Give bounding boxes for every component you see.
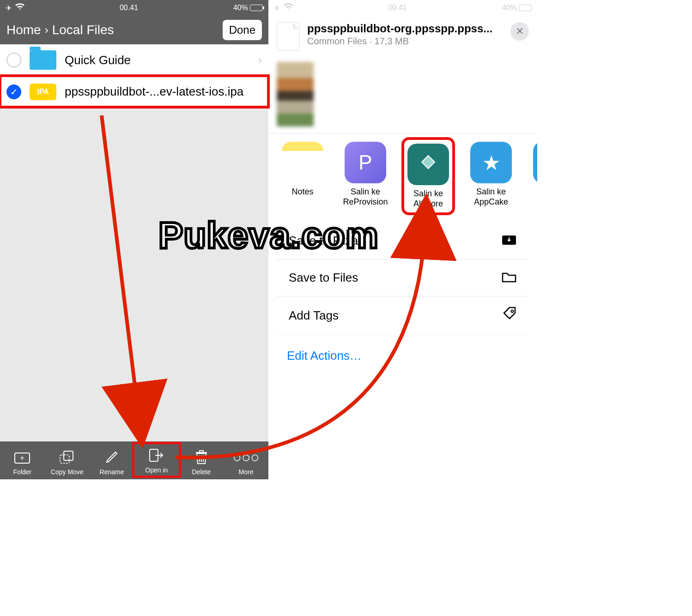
right-phone: ✈ 00.41 40% ppssppbuildbot-org.ppsspp.pp… <box>268 0 537 479</box>
status-bar: ✈ 00.41 40% <box>0 0 268 16</box>
action-list: Save to Filza Save to Files Add Tags <box>277 223 529 335</box>
status-time: 00.41 <box>120 4 138 12</box>
contact-avatar-blurred[interactable] <box>277 62 314 127</box>
toolbar-openin[interactable]: Open in <box>134 444 179 476</box>
file-list: Quick Guide › ✓ IPA ppssppbuildbot-...ev… <box>0 44 268 107</box>
status-time: 00.41 <box>388 4 407 12</box>
ipa-badge: IPA <box>30 84 56 100</box>
toolbar: + Folder Copy Move Rename Open in Delete… <box>0 441 268 479</box>
action-save-filza[interactable]: Save to Filza <box>277 223 529 259</box>
action-save-files[interactable]: Save to Files <box>277 259 529 296</box>
app-reprovision[interactable]: P Salin ke ReProvision <box>343 142 388 211</box>
file-info: ppssppbuildbot-org.ppsspp.ppss... Common… <box>307 22 503 47</box>
partial-icon <box>533 142 537 183</box>
pencil-icon <box>103 448 121 466</box>
trash-icon <box>192 448 211 466</box>
share-header: ppssppbuildbot-org.ppsspp.ppss... Common… <box>268 16 537 57</box>
openin-icon <box>147 446 166 465</box>
close-button[interactable]: ✕ <box>510 22 529 41</box>
file-row-ipa[interactable]: ✓ IPA ppssppbuildbot-...ev-latest-ios.ip… <box>0 76 268 107</box>
more-icon: ○○○ <box>237 448 255 466</box>
status-bar: ✈ 00.41 40% <box>268 0 537 16</box>
folder-down-icon <box>501 233 517 249</box>
airplane-icon: ✈ <box>6 4 12 12</box>
app-altstore[interactable]: Salin ke AltStore <box>406 142 450 211</box>
wifi-icon <box>15 3 24 12</box>
app-appcake[interactable]: ★ Salin ke AppCake <box>469 142 513 211</box>
folder-icon <box>501 270 517 286</box>
svg-rect-2 <box>64 451 73 460</box>
reprovision-icon: P <box>345 142 386 183</box>
action-add-tags[interactable]: Add Tags <box>277 296 529 335</box>
radio-unchecked[interactable] <box>6 53 21 67</box>
share-app-row[interactable]: Notes P Salin ke ReProvision Salin ke Al… <box>268 133 537 219</box>
status-battery: 40% <box>502 4 532 12</box>
navbar: Home › Local Files Done <box>0 16 268 44</box>
left-phone: ✈ 00.41 40% Home › Local Files Done Quic… <box>0 0 268 479</box>
status-left-icons: ✈ <box>274 3 293 12</box>
file-icon <box>277 22 300 51</box>
airdrop-targets[interactable] <box>268 57 537 133</box>
tag-icon <box>502 307 517 325</box>
folder-plus-icon: + <box>13 448 31 466</box>
altstore-icon <box>407 144 449 185</box>
toolbar-copymove[interactable]: Copy Move <box>45 448 89 476</box>
status-left-icons: ✈ <box>6 3 24 12</box>
file-name: ppssppbuildbot-...ev-latest-ios.ipa <box>65 85 243 99</box>
nav-home[interactable]: Home <box>6 23 41 37</box>
breadcrumb[interactable]: Home › Local Files <box>6 23 114 37</box>
app-notes[interactable]: Notes <box>280 142 325 211</box>
svg-rect-3 <box>60 455 69 463</box>
file-name: Quick Guide <box>65 53 131 67</box>
svg-text:+: + <box>20 454 24 462</box>
battery-icon <box>250 5 263 11</box>
share-meta: Common Files · 17,3 MB <box>307 36 503 47</box>
wifi-icon <box>284 3 293 12</box>
toolbar-delete[interactable]: Delete <box>179 448 224 476</box>
battery-icon <box>519 5 532 11</box>
airplane-icon: ✈ <box>274 4 280 12</box>
file-row-quickguide[interactable]: Quick Guide › <box>0 44 268 76</box>
toolbar-more[interactable]: ○○○ More <box>224 448 268 476</box>
radio-checked[interactable]: ✓ <box>6 85 21 99</box>
done-button[interactable]: Done <box>223 20 262 40</box>
edit-actions-link[interactable]: Edit Actions… <box>268 338 537 373</box>
status-battery: 40% <box>233 4 263 12</box>
toolbar-folder[interactable]: + Folder <box>0 448 44 476</box>
copy-icon <box>58 448 76 466</box>
empty-area <box>0 107 268 441</box>
share-filename: ppssppbuildbot-org.ppsspp.ppss... <box>307 22 503 35</box>
folder-icon <box>30 50 56 70</box>
notes-icon <box>282 142 323 183</box>
app-partial[interactable]: Sali <box>532 142 537 211</box>
chevron-right-icon: › <box>258 54 262 66</box>
nav-section: Local Files <box>52 23 114 37</box>
chevron-right-icon: › <box>45 24 49 36</box>
toolbar-rename[interactable]: Rename <box>90 448 134 476</box>
svg-point-6 <box>511 310 514 313</box>
appcake-icon: ★ <box>470 142 512 183</box>
